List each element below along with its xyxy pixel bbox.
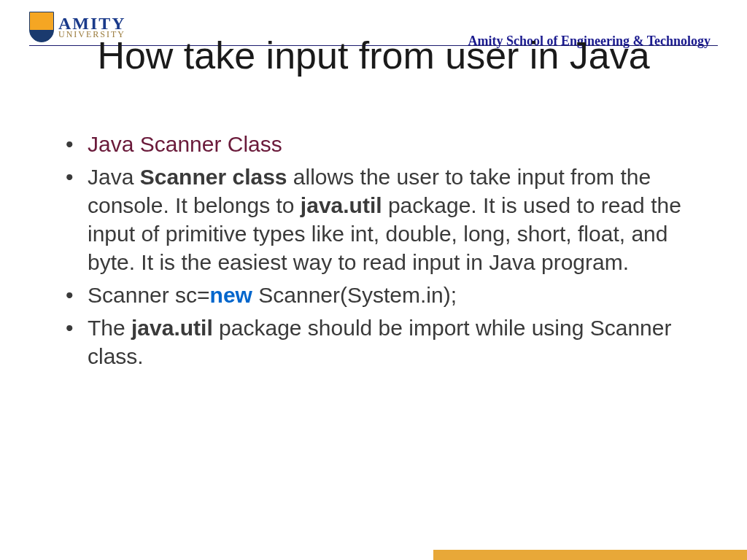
b3-post: Scanner(System.in);	[252, 283, 457, 307]
bullet-4: • The java.util package should be import…	[66, 314, 703, 370]
bullet-2-text: Java Scanner class allows the user to ta…	[88, 163, 703, 276]
footer-accent-bar	[433, 550, 747, 560]
b4-bold1: java.util	[131, 316, 213, 340]
bullet-3-text: Scanner sc=new Scanner(System.in);	[88, 281, 703, 309]
bullet-3: • Scanner sc=new Scanner(System.in);	[66, 281, 703, 309]
bullet-4-text: The java.util package should be import w…	[88, 314, 703, 370]
logo-main-text: AMITY	[58, 16, 126, 31]
bullet-dot: •	[66, 281, 88, 309]
bullet-2: • Java Scanner class allows the user to …	[66, 163, 703, 276]
b2-bold1: Scanner class	[140, 165, 287, 189]
bullet-1: • Java Scanner Class	[66, 130, 703, 158]
bullet-dot: •	[66, 314, 88, 370]
slide-title: How take input from user in Java	[0, 35, 747, 77]
bullet-dot: •	[66, 130, 88, 158]
bullet-dot: •	[66, 163, 88, 276]
b4-pre: The	[88, 316, 131, 340]
b2-bold2: java.util	[301, 193, 382, 217]
bullet-1-text: Java Scanner Class	[88, 130, 703, 158]
b2-pre: Java	[88, 165, 140, 189]
content-area: • Java Scanner Class • Java Scanner clas…	[66, 130, 703, 375]
b3-keyword: new	[210, 283, 252, 307]
b3-pre: Scanner sc=	[88, 283, 210, 307]
